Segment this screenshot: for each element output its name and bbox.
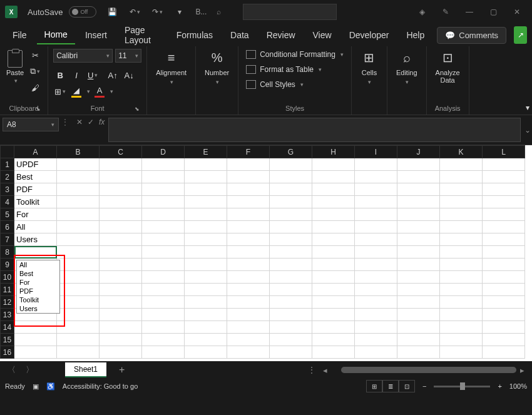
row-header[interactable]: 14 xyxy=(1,321,14,334)
close-button[interactable]: ✕ xyxy=(507,4,527,20)
cell[interactable] xyxy=(142,183,185,196)
tab-data[interactable]: Data xyxy=(223,26,257,44)
cell[interactable] xyxy=(185,183,227,196)
cell[interactable] xyxy=(270,208,312,221)
cell[interactable]: Users xyxy=(14,233,57,246)
cell[interactable] xyxy=(270,309,312,321)
cell[interactable] xyxy=(14,346,57,359)
cell[interactable] xyxy=(355,346,397,359)
cell[interactable] xyxy=(397,296,440,309)
cell[interactable] xyxy=(185,284,227,296)
expand-formula-bar[interactable]: ⌄ xyxy=(523,115,532,145)
cell[interactable] xyxy=(227,346,270,359)
cell[interactable] xyxy=(227,171,270,183)
cell[interactable] xyxy=(440,284,483,296)
alignment-button[interactable]: ≡ Alignment ▾ xyxy=(152,49,190,85)
format-as-table-button[interactable]: Format as Table▾ xyxy=(243,64,346,75)
tab-formulas[interactable]: Formulas xyxy=(169,26,220,44)
share-button[interactable]: ↗ xyxy=(514,26,527,44)
cell[interactable] xyxy=(142,284,185,296)
cell[interactable] xyxy=(355,271,397,284)
column-header[interactable]: G xyxy=(270,146,312,158)
row-header[interactable]: 8 xyxy=(1,246,14,259)
cell[interactable] xyxy=(312,183,355,196)
cell[interactable] xyxy=(312,158,355,171)
cell[interactable] xyxy=(142,246,185,259)
minimize-button[interactable]: — xyxy=(459,4,479,20)
cell[interactable] xyxy=(355,321,397,334)
cell[interactable] xyxy=(355,284,397,296)
cell[interactable] xyxy=(483,346,525,359)
sheet-nav-next[interactable]: 〉 xyxy=(23,364,36,376)
cell[interactable] xyxy=(483,196,525,208)
cell[interactable] xyxy=(397,221,440,233)
row-header[interactable]: 9 xyxy=(1,259,14,271)
cell[interactable] xyxy=(57,309,100,321)
zoom-slider[interactable] xyxy=(434,386,490,387)
italic-button[interactable]: I xyxy=(69,69,83,81)
cell[interactable] xyxy=(270,183,312,196)
pencil-icon[interactable]: ✎ xyxy=(436,4,456,20)
formula-input[interactable] xyxy=(108,118,521,142)
cell[interactable] xyxy=(397,246,440,259)
cell[interactable] xyxy=(185,221,227,233)
redo-icon[interactable]: ↷▾ xyxy=(150,5,164,19)
row-header[interactable]: 1 xyxy=(1,158,14,171)
cell[interactable] xyxy=(355,221,397,233)
cell[interactable] xyxy=(483,246,525,259)
hscroll-right[interactable]: ▸ xyxy=(518,366,527,375)
cell[interactable] xyxy=(440,196,483,208)
cell[interactable] xyxy=(100,321,142,334)
cell[interactable] xyxy=(227,196,270,208)
undo-icon[interactable]: ↶▾ xyxy=(128,5,141,19)
cell[interactable] xyxy=(227,334,270,346)
cell[interactable] xyxy=(100,233,142,246)
cell[interactable] xyxy=(270,233,312,246)
cell[interactable] xyxy=(227,158,270,171)
tab-review[interactable]: Review xyxy=(259,26,303,44)
maximize-button[interactable]: ▢ xyxy=(483,4,503,20)
zoom-out-button[interactable]: − xyxy=(422,382,426,390)
cell[interactable] xyxy=(440,233,483,246)
cell[interactable] xyxy=(483,208,525,221)
paste-button[interactable]: Paste ▾ xyxy=(5,49,25,85)
cell[interactable] xyxy=(185,246,227,259)
cell[interactable] xyxy=(100,171,142,183)
sheet-nav-prev[interactable]: 〈 xyxy=(5,364,18,376)
font-size-select[interactable]: 11▾ xyxy=(115,49,141,63)
cell[interactable] xyxy=(355,183,397,196)
qat-dropdown-icon[interactable]: ▾ xyxy=(173,5,187,19)
cell[interactable] xyxy=(312,346,355,359)
cell[interactable] xyxy=(185,233,227,246)
font-dialog-launcher[interactable]: ⬊ xyxy=(133,105,141,113)
font-name-select[interactable]: Calibri▾ xyxy=(53,49,113,63)
dropdown-item[interactable]: Users xyxy=(17,304,59,313)
cell[interactable] xyxy=(227,284,270,296)
cell[interactable] xyxy=(483,233,525,246)
sheet-tab-active[interactable]: Sheet1 xyxy=(65,362,106,377)
cell[interactable] xyxy=(483,271,525,284)
column-header[interactable]: L xyxy=(483,146,525,158)
row-header[interactable]: 10 xyxy=(1,271,14,284)
cell[interactable] xyxy=(440,221,483,233)
analyze-data-button[interactable]: ⊡ AnalyzeData xyxy=(432,49,464,84)
cell[interactable] xyxy=(397,171,440,183)
cell[interactable] xyxy=(142,271,185,284)
tab-file[interactable]: File xyxy=(5,26,34,44)
column-header[interactable]: D xyxy=(142,146,185,158)
editing-button[interactable]: ⌕ Editing ▾ xyxy=(392,49,421,85)
cell[interactable] xyxy=(312,246,355,259)
conditional-formatting-button[interactable]: Conditional Formatting▾ xyxy=(243,49,346,60)
cell[interactable] xyxy=(100,158,142,171)
cell[interactable] xyxy=(142,346,185,359)
accessibility-icon[interactable]: ♿ xyxy=(46,382,55,391)
save-icon[interactable]: 💾 xyxy=(105,5,119,19)
cell[interactable] xyxy=(440,334,483,346)
row-header[interactable]: 13 xyxy=(1,309,14,321)
cell[interactable] xyxy=(185,196,227,208)
cell[interactable] xyxy=(397,271,440,284)
cell[interactable] xyxy=(397,334,440,346)
cell[interactable] xyxy=(14,321,57,334)
cell[interactable] xyxy=(100,284,142,296)
cell[interactable] xyxy=(185,259,227,271)
